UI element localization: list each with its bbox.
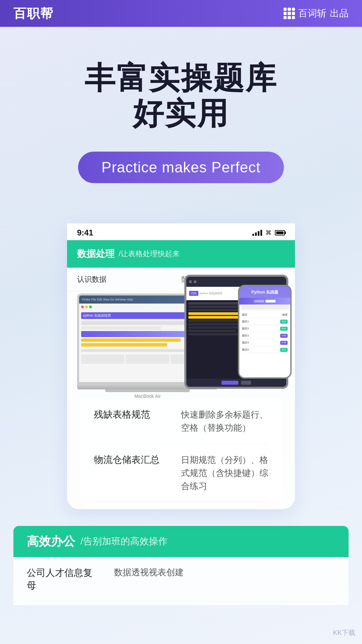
phone-status-icons: ⌘ xyxy=(252,229,285,236)
content-header-sub: /让表格处理快起来 xyxy=(119,249,180,259)
bottom-section: 高效办公 /告别加班的高效操作 公司人才信息复母 数据透视视表创建 xyxy=(0,526,362,605)
content-table-row-1: 残缺表格规范 快速删除多余标题行、空格（替换功能） xyxy=(94,399,268,444)
brand-area: 百词斩 出品 xyxy=(284,7,349,20)
section-subtitle: /告别加班的高效操作 xyxy=(80,535,168,548)
laptop-label: MacBook Air xyxy=(77,393,218,399)
content-table-row-2: 物流仓储表汇总 日期规范（分列）、格式规范（含快捷键）综合练习 xyxy=(94,444,268,502)
brand-suffix: 出品 xyxy=(330,7,349,20)
section-cell-left-1: 公司人才信息复母 xyxy=(27,567,101,592)
brand-name: 百词斩 xyxy=(298,7,326,20)
watermark: KK下载 xyxy=(333,628,355,637)
content-header-title: 数据处理 xyxy=(77,248,115,260)
hero-badge: Practice makes Perfect xyxy=(78,152,284,183)
section-cell-right-1: 数据透视视表创建 xyxy=(114,567,335,592)
devices-area: 9:41 ⌘ 数据处理 /让表格处理快起来 认识数据 数据类型、粘贴技... xyxy=(0,203,362,509)
hero-title: 丰富实操题库 好实用 xyxy=(27,60,335,131)
hero-section: 丰富实操题库 好实用 Practice makes Perfect xyxy=(0,27,362,203)
devices-cluster: Finder File Edit View Go Window Help pyt… xyxy=(67,271,295,399)
signal-icon xyxy=(252,230,262,236)
section-title: 高效办公 xyxy=(27,533,75,550)
section-header: 高效办公 /告别加班的高效操作 xyxy=(13,526,349,557)
section-row-1: 公司人才信息复母 数据透视视表创建 xyxy=(27,557,335,602)
table-cell-right-1: 快速删除多余标题行、空格（替换功能） xyxy=(181,408,268,434)
phone-time: 9:41 xyxy=(77,228,93,237)
app-header: 百职帮 百词斩 出品 xyxy=(0,0,362,27)
brand-grid-icon xyxy=(284,8,295,19)
phone-content-header: 数据处理 /让表格处理快起来 xyxy=(67,240,295,268)
table-cell-right-2: 日期规范（分列）、格式规范（含快捷键）综合练习 xyxy=(181,453,268,493)
phone-status-bar: 9:41 ⌘ xyxy=(67,223,295,240)
wifi-icon: ⌘ xyxy=(265,229,272,236)
battery-icon xyxy=(275,230,285,235)
table-cell-left-2: 物流仓储表汇总 xyxy=(94,453,168,493)
content-table: 残缺表格规范 快速删除多余标题行、空格（替换功能） 物流仓储表汇总 日期规范（分… xyxy=(80,399,282,509)
section-content: 公司人才信息复母 数据透视视表创建 xyxy=(13,557,349,605)
logo: 百职帮 xyxy=(13,5,54,22)
table-cell-left-1: 残缺表格规范 xyxy=(94,408,168,434)
small-phone-mockup: Python 实战题 题目 难度 xyxy=(238,285,292,379)
